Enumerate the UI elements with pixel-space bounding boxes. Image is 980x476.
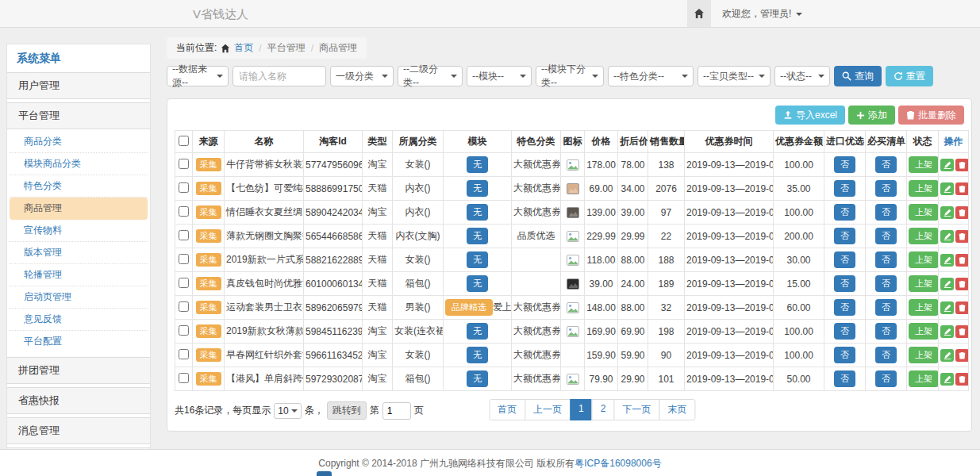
level1-category-select[interactable]: 一级分类	[330, 66, 394, 86]
sidebar-group-省惠快报[interactable]: 省惠快报	[7, 387, 150, 414]
must-buy-toggle-button[interactable]: 否	[875, 347, 897, 363]
edit-button[interactable]	[940, 325, 954, 338]
feature-category-select[interactable]: --特色分类--	[608, 66, 694, 86]
row-checkbox[interactable]	[179, 254, 189, 264]
status-button[interactable]: 上架	[909, 275, 939, 292]
must-buy-toggle-button[interactable]: 否	[875, 299, 897, 316]
status-button[interactable]: 上架	[909, 251, 939, 268]
row-checkbox[interactable]	[179, 301, 189, 312]
row-checkbox[interactable]	[179, 159, 189, 169]
sidebar-item-商品分类[interactable]: 商品分类	[10, 131, 148, 153]
import-toggle-button[interactable]: 否	[834, 347, 855, 363]
sidebar-item-宣传物料[interactable]: 宣传物料	[10, 220, 148, 242]
row-checkbox[interactable]	[179, 349, 189, 359]
delete-button[interactable]	[955, 230, 969, 243]
edit-button[interactable]	[940, 349, 954, 362]
sidebar-item-版本管理[interactable]: 版本管理	[10, 242, 148, 264]
sidebar-item-模块商品分类[interactable]: 模块商品分类	[10, 153, 148, 175]
must-buy-toggle-button[interactable]: 否	[875, 323, 897, 340]
data-source-select[interactable]: --数据来源--	[167, 66, 229, 86]
edit-button[interactable]	[940, 301, 954, 314]
status-button[interactable]: 上架	[909, 299, 939, 316]
sidebar-item-平台配置[interactable]: 平台配置	[10, 331, 148, 352]
import-toggle-button[interactable]: 否	[834, 204, 855, 221]
status-button[interactable]: 上架	[909, 370, 939, 387]
status-button[interactable]: 上架	[909, 323, 939, 340]
page-button-1[interactable]: 1	[570, 399, 593, 420]
must-buy-toggle-button[interactable]: 否	[875, 251, 897, 268]
add-button[interactable]: 添加	[848, 106, 895, 125]
edit-button[interactable]	[940, 254, 954, 267]
sidebar-group-消息管理[interactable]: 消息管理	[7, 417, 150, 444]
sidebar-group-拼团管理[interactable]: 拼团管理	[7, 357, 150, 384]
batch-delete-button[interactable]: 批量删除	[898, 106, 964, 125]
select-all-checkbox[interactable]	[179, 136, 189, 146]
module-select[interactable]: --模块--	[467, 66, 532, 86]
edit-button[interactable]	[940, 206, 954, 219]
import-toggle-button[interactable]: 否	[834, 251, 855, 268]
page-button-下一页[interactable]: 下一页	[613, 399, 659, 420]
import-toggle-button[interactable]: 否	[834, 323, 855, 340]
delete-button[interactable]	[955, 206, 969, 219]
import-toggle-button[interactable]: 否	[834, 299, 855, 316]
row-checkbox[interactable]	[179, 278, 189, 288]
must-buy-toggle-button[interactable]: 否	[875, 228, 897, 244]
sidebar-item-轮播管理[interactable]: 轮播管理	[10, 264, 148, 286]
delete-button[interactable]	[955, 182, 969, 195]
delete-button[interactable]	[955, 278, 969, 290]
row-checkbox[interactable]	[179, 325, 189, 336]
sidebar-group-用户管理[interactable]: 用户管理	[7, 72, 150, 99]
row-checkbox[interactable]	[179, 373, 189, 383]
row-checkbox[interactable]	[179, 206, 189, 217]
breadcrumb-home-link[interactable]: 首页	[234, 41, 253, 55]
sidebar-group-平台管理[interactable]: 平台管理	[7, 102, 150, 129]
import-toggle-button[interactable]: 否	[834, 370, 855, 387]
must-buy-toggle-button[interactable]: 否	[875, 275, 897, 292]
reset-button[interactable]: 重置	[886, 66, 933, 86]
status-button[interactable]: 上架	[909, 180, 939, 197]
delete-button[interactable]	[955, 254, 969, 267]
page-button-上一页[interactable]: 上一页	[525, 399, 571, 420]
import-excel-button[interactable]: 导入excel	[775, 106, 845, 125]
edit-button[interactable]	[940, 230, 954, 243]
import-toggle-button[interactable]: 否	[834, 156, 855, 173]
row-checkbox[interactable]	[179, 230, 189, 240]
row-checkbox[interactable]	[179, 182, 189, 193]
jump-button[interactable]: 跳转到	[327, 401, 367, 420]
jump-page-input[interactable]	[382, 402, 411, 420]
delete-button[interactable]	[955, 325, 969, 338]
sidebar-item-商品管理[interactable]: 商品管理	[10, 198, 148, 220]
home-button[interactable]	[687, 0, 711, 27]
edit-button[interactable]	[940, 373, 954, 386]
delete-button[interactable]	[955, 373, 969, 386]
status-button[interactable]: 上架	[909, 347, 939, 363]
status-select[interactable]: --状态--	[774, 66, 830, 86]
name-input[interactable]	[233, 66, 326, 86]
import-toggle-button[interactable]: 否	[834, 180, 855, 197]
must-buy-toggle-button[interactable]: 否	[875, 370, 897, 387]
delete-button[interactable]	[955, 159, 969, 171]
icp-link[interactable]: 粤ICP备16098006号	[575, 458, 661, 469]
import-toggle-button[interactable]: 否	[834, 228, 855, 244]
sidebar-item-特色分类[interactable]: 特色分类	[10, 175, 148, 198]
level2-category-select[interactable]: --二级分类--	[398, 66, 463, 86]
module-subcategory-select[interactable]: --模块下分类--	[536, 66, 604, 86]
must-buy-toggle-button[interactable]: 否	[875, 204, 897, 221]
page-button-首页[interactable]: 首页	[489, 399, 525, 420]
status-button[interactable]: 上架	[909, 204, 939, 221]
per-page-select[interactable]: 10	[274, 403, 301, 419]
delete-button[interactable]	[955, 301, 969, 314]
status-button[interactable]: 上架	[909, 156, 939, 173]
item-type-select[interactable]: --宝贝类型--	[698, 66, 771, 86]
must-buy-toggle-button[interactable]: 否	[875, 156, 897, 173]
status-button[interactable]: 上架	[909, 228, 939, 244]
edit-button[interactable]	[940, 278, 954, 290]
sidebar-item-意见反馈[interactable]: 意见反馈	[10, 309, 148, 331]
search-button[interactable]: 查询	[834, 66, 882, 86]
sidebar-item-启动页管理[interactable]: 启动页管理	[10, 286, 148, 309]
import-toggle-button[interactable]: 否	[834, 275, 855, 292]
delete-button[interactable]	[955, 349, 969, 362]
page-button-末页[interactable]: 末页	[659, 399, 695, 420]
edit-button[interactable]	[940, 182, 954, 195]
user-menu[interactable]: 欢迎您，管理员!	[711, 0, 802, 28]
